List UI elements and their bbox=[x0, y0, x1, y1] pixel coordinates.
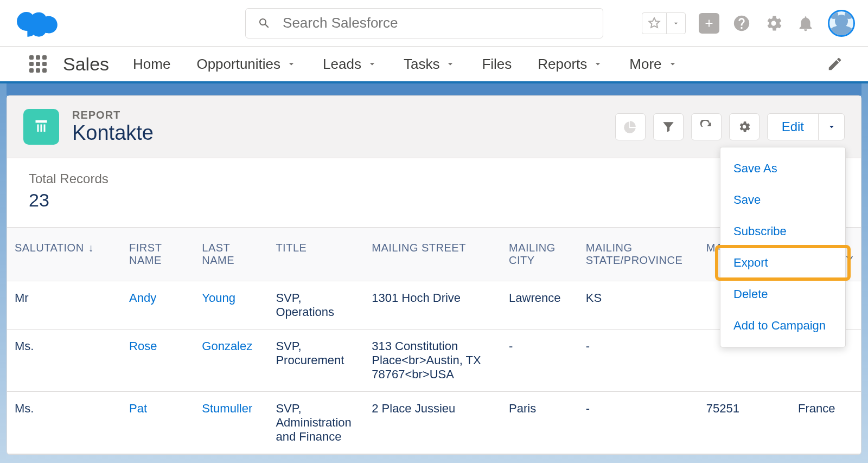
cell-salutation: Ms. bbox=[7, 330, 122, 392]
nav-item-more[interactable]: More bbox=[629, 56, 678, 73]
cell-country: France bbox=[790, 392, 861, 454]
global-add-button[interactable] bbox=[699, 13, 719, 34]
cell-state: KS bbox=[578, 281, 699, 330]
nav-item-label: Home bbox=[133, 56, 170, 73]
report-header: REPORT Kontakte Edit Save AsSaveSubscrib… bbox=[7, 96, 861, 158]
chevron-down-icon bbox=[445, 59, 456, 69]
notifications-bell-icon[interactable] bbox=[796, 14, 815, 33]
column-header[interactable]: MAILING CITY bbox=[501, 228, 578, 281]
favorites-split-button[interactable] bbox=[642, 12, 686, 34]
salesforce-logo-icon[interactable] bbox=[13, 7, 61, 40]
nav-item-label: Reports bbox=[538, 56, 587, 73]
nav-item-reports[interactable]: Reports bbox=[538, 56, 603, 73]
search-input[interactable] bbox=[283, 15, 591, 31]
cell-city: - bbox=[501, 330, 578, 392]
pie-chart-icon bbox=[623, 120, 637, 134]
cell-city: Paris bbox=[501, 392, 578, 454]
refresh-button[interactable] bbox=[691, 113, 722, 140]
edit-nav-pencil-icon[interactable] bbox=[827, 56, 843, 72]
chevron-down-icon bbox=[367, 59, 378, 69]
nav-item-home[interactable]: Home bbox=[133, 56, 170, 73]
total-records-value: 23 bbox=[29, 190, 839, 211]
nav-item-label: Leads bbox=[323, 56, 361, 73]
edit-button[interactable]: Edit bbox=[768, 114, 818, 140]
refresh-icon bbox=[699, 120, 713, 134]
funnel-icon bbox=[661, 120, 675, 134]
help-icon[interactable] bbox=[732, 14, 751, 33]
cell-last[interactable]: Stumuller bbox=[194, 392, 268, 454]
column-header[interactable]: MAILING STREET bbox=[364, 228, 501, 281]
app-nav: Sales HomeOpportunitiesLeadsTasksFilesRe… bbox=[0, 47, 868, 83]
cell-state: - bbox=[578, 330, 699, 392]
cell-zip: 75251 bbox=[699, 392, 790, 454]
gear-icon bbox=[737, 120, 751, 134]
global-search[interactable] bbox=[245, 8, 603, 38]
report-card: REPORT Kontakte Edit Save AsSaveSubscrib… bbox=[7, 95, 861, 455]
report-icon bbox=[23, 109, 59, 145]
column-header[interactable]: SALUTATION↓ bbox=[7, 228, 122, 281]
record-type-label: REPORT bbox=[72, 109, 154, 121]
column-header[interactable]: MAILING STATE/PROVINCE bbox=[578, 228, 699, 281]
app-launcher-icon[interactable] bbox=[29, 55, 47, 73]
chevron-down-icon bbox=[286, 59, 297, 69]
nav-item-label: More bbox=[629, 56, 661, 73]
menu-item-delete[interactable]: Delete bbox=[720, 279, 845, 310]
menu-item-save-as[interactable]: Save As bbox=[720, 153, 845, 184]
chevron-down-icon bbox=[667, 59, 678, 69]
nav-item-leads[interactable]: Leads bbox=[323, 56, 378, 73]
nav-item-label: Files bbox=[482, 56, 512, 73]
filter-button[interactable] bbox=[653, 113, 684, 140]
page-title: Kontakte bbox=[72, 121, 154, 145]
chevron-down-icon bbox=[592, 59, 603, 69]
cell-street: 1301 Hoch Drive bbox=[364, 281, 501, 330]
setup-gear-icon[interactable] bbox=[764, 14, 783, 33]
user-avatar[interactable] bbox=[828, 10, 855, 37]
nav-item-tasks[interactable]: Tasks bbox=[404, 56, 456, 73]
cell-title: SVP, Administration and Finance bbox=[268, 392, 364, 454]
caret-down-icon bbox=[827, 122, 837, 132]
total-records-label: Total Records bbox=[29, 171, 839, 186]
cell-city: Lawrence bbox=[501, 281, 578, 330]
chart-toggle-button[interactable] bbox=[615, 113, 646, 140]
column-header[interactable]: TITLE bbox=[268, 228, 364, 281]
edit-split-button: Edit bbox=[767, 113, 845, 140]
plus-icon bbox=[703, 17, 715, 29]
table-row: Ms.PatStumullerSVP, Administration and F… bbox=[7, 392, 861, 454]
cell-first[interactable]: Pat bbox=[122, 392, 194, 454]
sort-down-icon: ↓ bbox=[88, 242, 94, 254]
cell-street: 2 Place Jussieu bbox=[364, 392, 501, 454]
cell-first[interactable]: Rose bbox=[122, 330, 194, 392]
global-header bbox=[0, 0, 868, 47]
cell-salutation: Ms. bbox=[7, 392, 122, 454]
app-name: Sales bbox=[63, 54, 109, 75]
nav-item-files[interactable]: Files bbox=[482, 56, 512, 73]
nav-item-opportunities[interactable]: Opportunities bbox=[196, 56, 297, 73]
nav-item-label: Opportunities bbox=[196, 56, 280, 73]
cell-street: 313 Constitution Place<br>Austin, TX 787… bbox=[364, 330, 501, 392]
decorative-strip bbox=[7, 83, 861, 95]
cell-state: - bbox=[578, 392, 699, 454]
cell-title: SVP, Procurement bbox=[268, 330, 364, 392]
nav-item-label: Tasks bbox=[404, 56, 439, 73]
chevron-down-icon bbox=[672, 20, 680, 27]
cell-title: SVP, Operations bbox=[268, 281, 364, 330]
edit-dropdown-trigger[interactable] bbox=[818, 114, 844, 140]
search-icon bbox=[258, 16, 271, 30]
menu-item-save[interactable]: Save bbox=[720, 184, 845, 216]
column-header[interactable]: FIRST NAME bbox=[122, 228, 194, 281]
menu-item-export[interactable]: Export bbox=[720, 247, 845, 279]
menu-item-add-to-campaign[interactable]: Add to Campaign bbox=[720, 310, 845, 341]
menu-item-subscribe[interactable]: Subscribe bbox=[720, 216, 845, 247]
report-action-menu: Save AsSaveSubscribeExportDeleteAdd to C… bbox=[720, 147, 846, 347]
cell-last[interactable]: Young bbox=[194, 281, 268, 330]
settings-button[interactable] bbox=[729, 113, 760, 140]
cell-first[interactable]: Andy bbox=[122, 281, 194, 330]
cell-salutation: Mr bbox=[7, 281, 122, 330]
column-header[interactable]: LAST NAME bbox=[194, 228, 268, 281]
star-icon bbox=[648, 17, 661, 30]
cell-last[interactable]: Gonzalez bbox=[194, 330, 268, 392]
